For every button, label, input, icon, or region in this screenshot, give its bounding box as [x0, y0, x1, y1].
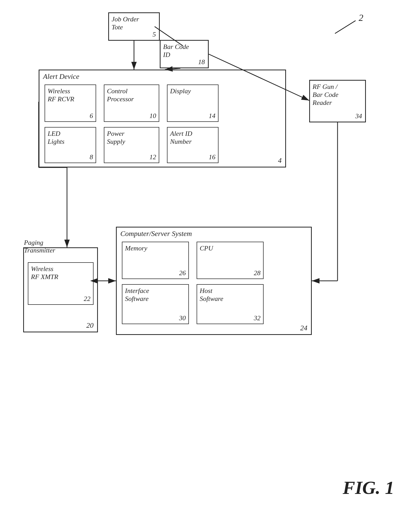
- wireless-rf-rcvr-box: WirelessRF RCVR 6: [45, 85, 96, 122]
- alert-device-label: Alert Device: [43, 72, 79, 81]
- cpu-box: CPU 28: [197, 242, 264, 279]
- job-order-tote-label: Job OrderTote: [112, 15, 139, 31]
- bar-code-id-label: Bar CodeID: [163, 43, 189, 59]
- system-number: 2: [359, 12, 363, 23]
- interface-software-number: 30: [179, 314, 186, 322]
- memory-number: 26: [179, 269, 186, 277]
- job-order-tote-number: 5: [153, 31, 156, 38]
- rf-gun-box: RF Gun /Bar CodeReader 34: [309, 80, 366, 122]
- job-order-tote-box: Job OrderTote 5: [108, 12, 160, 41]
- power-supply-number: 12: [149, 153, 156, 161]
- bar-code-id-box: Bar CodeID 18: [160, 40, 209, 68]
- memory-label: Memory: [125, 244, 147, 252]
- display-box: Display 14: [167, 85, 219, 122]
- alert-device-box: Alert Device 4 WirelessRF RCVR 6 Control…: [39, 70, 286, 167]
- computer-server-box: Computer/Server System 24 Memory 26 CPU …: [116, 227, 312, 335]
- paging-transmitter-label: PagingTransmitter: [24, 239, 55, 254]
- wireless-rf-xmtr-box: WirelessRF XMTR 22: [28, 262, 94, 305]
- host-software-number: 32: [254, 314, 261, 322]
- memory-box: Memory 26: [122, 242, 189, 279]
- diagram: 2 Job OrderTote 5 Bar CodeID 18 RF Gun /…: [0, 0, 420, 514]
- svg-line-15: [335, 21, 356, 33]
- alert-id-box: Alert IDNumber 16: [167, 127, 219, 163]
- control-processor-label: ControlProcessor: [107, 87, 134, 103]
- power-supply-box: PowerSupply 12: [104, 127, 159, 163]
- wireless-rf-xmtr-label: WirelessRF XMTR: [31, 265, 58, 281]
- paging-transmitter-box: PagingTransmitter WirelessRF XMTR 22 20: [23, 247, 98, 332]
- led-lights-number: 8: [90, 153, 93, 161]
- display-label: Display: [170, 87, 191, 95]
- alert-id-number: 16: [209, 153, 215, 161]
- wireless-rf-rcvr-number: 6: [90, 112, 93, 120]
- led-lights-label: LEDLights: [48, 130, 64, 146]
- interface-software-box: InterfaceSoftware 30: [122, 284, 189, 324]
- alert-id-label: Alert IDNumber: [170, 130, 192, 146]
- control-processor-number: 10: [149, 112, 156, 120]
- cpu-label: CPU: [200, 244, 213, 252]
- cpu-number: 28: [254, 269, 261, 277]
- control-processor-box: ControlProcessor 10: [104, 85, 159, 122]
- interface-software-label: InterfaceSoftware: [125, 287, 149, 303]
- host-software-label: HostSoftware: [200, 287, 223, 303]
- led-lights-box: LEDLights 8: [45, 127, 96, 163]
- wireless-rf-rcvr-label: WirelessRF RCVR: [48, 87, 74, 103]
- power-supply-label: PowerSupply: [107, 130, 125, 146]
- bar-code-id-number: 18: [198, 58, 205, 66]
- wireless-rf-xmtr-number: 22: [84, 295, 90, 303]
- rf-gun-label: RF Gun /Bar CodeReader: [313, 83, 338, 107]
- display-number: 14: [209, 112, 215, 120]
- computer-server-label: Computer/Server System: [120, 230, 192, 238]
- alert-device-number: 4: [278, 156, 282, 165]
- rf-gun-number: 34: [355, 112, 362, 120]
- figure-label: FIG. 1: [343, 477, 394, 499]
- host-software-box: HostSoftware 32: [197, 284, 264, 324]
- paging-transmitter-number: 20: [86, 321, 94, 330]
- computer-server-number: 24: [300, 324, 307, 332]
